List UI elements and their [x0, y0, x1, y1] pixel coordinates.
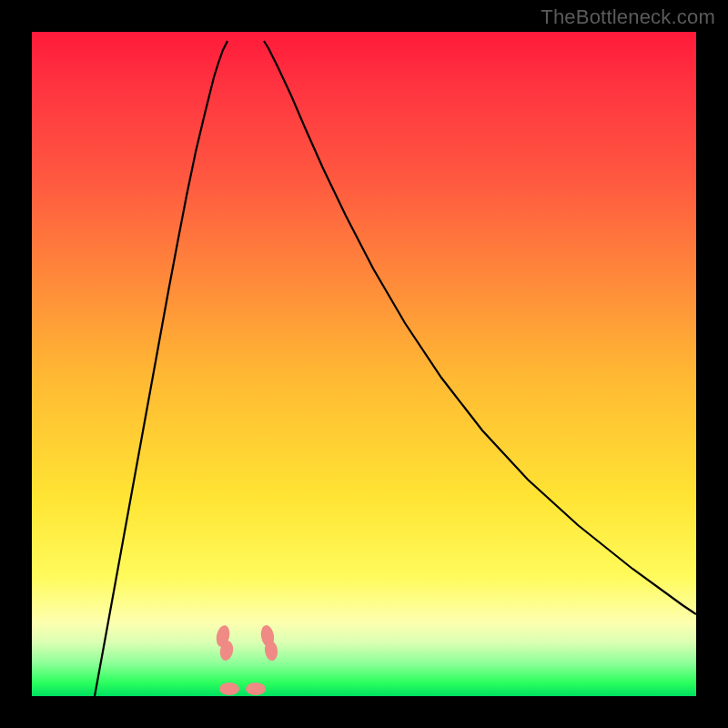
plot-area [32, 32, 696, 696]
marker [246, 682, 266, 695]
outer-frame: TheBottleneck.com [0, 0, 728, 728]
curve-markers [215, 624, 279, 695]
curve-left-branch [95, 41, 228, 696]
marker [219, 682, 239, 695]
chart-svg [32, 32, 696, 696]
watermark-text: TheBottleneck.com [541, 5, 715, 29]
curve-right-branch [264, 41, 696, 614]
